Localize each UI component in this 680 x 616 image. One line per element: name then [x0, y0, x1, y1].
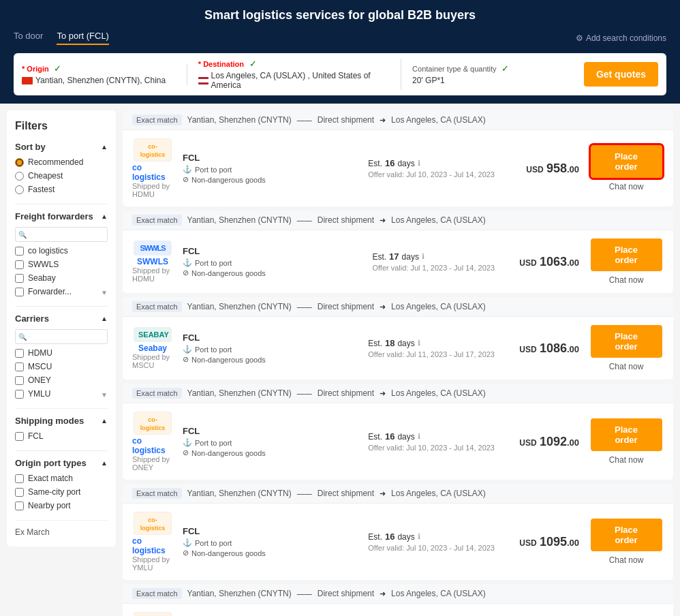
freight-forwarders-header[interactable]: Freight forwarders ▲ — [15, 211, 108, 221]
est-label-3: Est. 16 days ℹ — [368, 431, 495, 442]
price-value-2: USD 1086.00 — [519, 343, 579, 354]
forwarder-name-0[interactable]: co logistics — [132, 163, 173, 182]
route-arrow-3: —— — [297, 389, 312, 397]
chat-now-4[interactable]: Chat now — [609, 555, 644, 565]
carrier-oney[interactable]: ONEY — [15, 375, 108, 385]
shipped-by-3: Shipped by ONEY — [132, 455, 173, 472]
feature2-0: ⊘ Non-dangerous goods — [183, 175, 358, 184]
goods-icon-0: ⊘ — [183, 175, 189, 184]
forwarder-search-icon: 🔍 — [18, 231, 27, 238]
forwarder-name-1[interactable]: SWWLS — [137, 257, 168, 266]
port-type-same-city[interactable]: Same-city port — [15, 487, 108, 497]
chat-now-3[interactable]: Chat now — [609, 455, 644, 465]
results-list: Exact match Yantian, Shenzhen (CNYTN) ——… — [123, 110, 673, 616]
forwarder-search-wrap: 🔍 — [15, 227, 108, 242]
forwarder-other[interactable]: Forwarder... — [15, 287, 108, 296]
carriers-search-input[interactable] — [15, 329, 108, 344]
forwarder-swwls[interactable]: SWWLS — [15, 260, 108, 269]
service-type-1: FCL — [183, 246, 362, 256]
est-label-2: Est. 18 days ℹ — [368, 338, 495, 348]
sort-by-header[interactable]: Sort by ▲ — [15, 142, 108, 152]
chat-now-2[interactable]: Chat now — [609, 362, 644, 371]
forwarders-scroll-down-icon[interactable]: ▼ — [101, 289, 108, 296]
tab-to-door[interactable]: To door — [14, 31, 43, 45]
est-label-1: Est. 17 days ℹ — [372, 251, 495, 262]
place-order-button-3[interactable]: Place order — [591, 418, 662, 451]
dest-text-1: Los Angeles, CA (USLAX) — [391, 215, 486, 225]
origin-port-types-header[interactable]: Origin port types ▲ — [15, 458, 108, 468]
carriers-header[interactable]: Carriers ▲ — [15, 313, 108, 324]
actions-4: Place order Chat now — [589, 519, 664, 565]
info-icon-0: ℹ — [418, 159, 420, 168]
tabs: To door To port (FCL) — [14, 31, 109, 45]
shipping-mode-fcl[interactable]: FCL — [15, 431, 108, 441]
est-time-2: Est. 18 days ℹ Offer valid: Jul 11, 2023… — [368, 338, 495, 358]
route-arrow-dest-2: ➜ — [380, 303, 386, 311]
feature2-3: ⊘ Non-dangerous goods — [183, 448, 358, 457]
feature1-2: ⚓ Port to port — [183, 345, 358, 354]
feature1-0: ⚓ Port to port — [183, 165, 358, 174]
match-badge-0: Exact match — [132, 114, 182, 125]
service-details-4: FCL ⚓ Port to port ⊘ Non-dangerous goods — [183, 526, 358, 557]
place-order-button-0[interactable]: Place order — [591, 145, 662, 178]
route-arrow-dest-1: ➜ — [380, 216, 386, 225]
get-quotes-button[interactable]: Get quotes — [584, 62, 658, 87]
offer-valid-2: Offer valid: Jul 11, 2023 - Jul 17, 2023 — [368, 350, 495, 358]
carrier-hdmu[interactable]: HDMU — [15, 348, 108, 358]
dest-value[interactable]: Los Angeles, CA (USLAX) , United States … — [198, 71, 387, 90]
offer-valid-0: Offer valid: Jul 10, 2023 - Jul 14, 2023 — [368, 170, 495, 179]
add-conditions-button[interactable]: ⚙ Add search conditions — [576, 33, 666, 43]
feature2-2: ⊘ Non-dangerous goods — [183, 355, 358, 364]
us-flag-icon — [198, 77, 208, 84]
sort-cheapest[interactable]: Cheapest — [15, 171, 108, 181]
origin-text-0: Yantian, Shenzhen (CNYTN) — [187, 115, 292, 125]
feature2-4: ⊘ Non-dangerous goods — [183, 549, 358, 557]
shipping-modes-section: Shipping modes ▲ FCL — [15, 416, 108, 441]
port-type-nearby[interactable]: Nearby port — [15, 501, 108, 510]
forwarder-name-2[interactable]: Seabay — [138, 343, 167, 353]
chat-now-1[interactable]: Chat now — [609, 275, 644, 285]
card-body-5: co-logistics co logistics Shipped by MSC… — [123, 604, 673, 616]
route-bar-2: Exact match Yantian, Shenzhen (CNYTN) ——… — [123, 297, 673, 317]
actions-2: Place order Chat now — [589, 325, 664, 371]
carrier-mscu[interactable]: MSCU — [15, 362, 108, 371]
actions-3: Place order Chat now — [589, 418, 664, 465]
sort-fastest[interactable]: Fastest — [15, 185, 108, 194]
forwarder-search-input[interactable] — [15, 227, 108, 242]
match-badge-1: Exact match — [132, 215, 182, 226]
carriers-scroll-down-icon[interactable]: ▼ — [101, 391, 108, 399]
card-body-2: SEABAY Seabay Shipped by MSCU FCL ⚓ Port… — [123, 317, 673, 380]
forwarder-co-logistics[interactable]: co logistics — [15, 246, 108, 256]
forwarder-name-3[interactable]: co logistics — [132, 436, 173, 455]
info-icon-1: ℹ — [422, 252, 424, 261]
carrier-ymlu[interactable]: YMLU — [15, 389, 108, 399]
place-order-button-2[interactable]: Place order — [591, 325, 662, 358]
forwarder-seabay[interactable]: Seabay — [15, 273, 108, 283]
divider-5 — [15, 520, 108, 521]
sort-recommended[interactable]: Recommended — [15, 157, 108, 167]
forwarders-chevron-icon: ▲ — [101, 213, 108, 220]
port-type-exact[interactable]: Exact match — [15, 474, 108, 483]
divider-2 — [15, 306, 108, 307]
place-order-button-1[interactable]: Place order — [591, 238, 662, 271]
shipping-modes-header[interactable]: Shipping modes ▲ — [15, 416, 108, 426]
dest-text-4: Los Angeles, CA (USLAX) — [391, 489, 486, 498]
service-details-0: FCL ⚓ Port to port ⊘ Non-dangerous goods — [183, 153, 358, 184]
container-value[interactable]: 20' GP*1 — [412, 76, 563, 85]
chat-now-0[interactable]: Chat now — [609, 182, 644, 191]
forwarder-logo-5: co-logistics co logistics Shipped by MSC… — [132, 612, 173, 616]
service-details-1: FCL ⚓ Port to port ⊘ Non-dangerous goods — [183, 246, 362, 277]
tab-to-port[interactable]: To port (FCL) — [57, 31, 109, 45]
route-bar-0: Exact match Yantian, Shenzhen (CNYTN) ——… — [123, 110, 673, 130]
forwarder-name-4[interactable]: co logistics — [132, 536, 173, 555]
place-order-button-4[interactable]: Place order — [591, 519, 662, 551]
route-arrow-dest-4: ➜ — [380, 489, 386, 498]
route-arrow-5: —— — [297, 589, 312, 598]
match-badge-4: Exact match — [132, 488, 182, 499]
feature1-4: ⚓ Port to port — [183, 538, 358, 547]
carriers-search-icon: 🔍 — [18, 333, 27, 341]
price-1: USD 1063.00 — [504, 255, 579, 269]
divider-4 — [15, 450, 108, 451]
feature2-1: ⊘ Non-dangerous goods — [183, 268, 362, 277]
origin-value[interactable]: Yantian, Shenzhen (CNYTN), China — [22, 76, 173, 85]
